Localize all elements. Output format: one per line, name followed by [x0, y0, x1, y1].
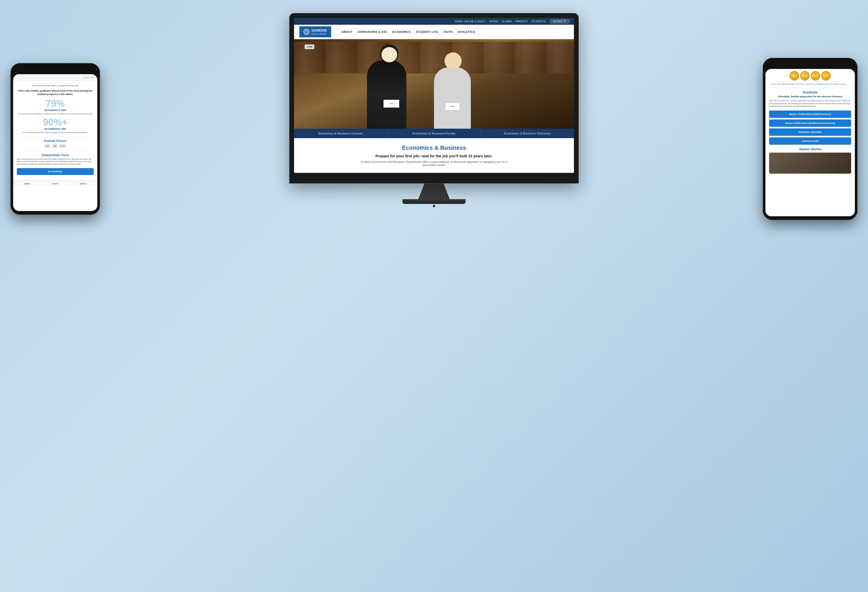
- stat-79-number: 79%: [17, 99, 94, 108]
- utility-nav-parents[interactable]: PARENTS: [515, 20, 528, 23]
- stat-90-label: acceptance rate: [17, 127, 94, 130]
- alumni-photo: [769, 153, 851, 174]
- phone-right-notch: [794, 62, 826, 67]
- master-initial-button[interactable]: Master of Education (initial licensure): [769, 111, 851, 118]
- main-header: GORDON COLLEGE ABOUT ADMISSIONS & AID AC…: [294, 25, 574, 39]
- section-tabs: Economics & Business Courses Economics &…: [294, 128, 574, 138]
- phone-left-device: gordon.edu east sciences entific skill i…: [10, 63, 100, 215]
- phone-notch: [40, 67, 71, 72]
- utility-nav-giving[interactable]: GIVING: [489, 20, 498, 23]
- apple-logo: [433, 205, 435, 207]
- imac-screen: GRAD, ONLINE & ADULT GIVING ALUMNI PAREN…: [294, 18, 574, 173]
- hero-photo: NAME NAME 1 PM: [294, 39, 574, 128]
- imac-base: [402, 199, 466, 204]
- phone-right-bezel: WCU Top Ranked WCU Top Ranked WCU Top Ra…: [763, 58, 858, 220]
- master-professional-button[interactable]: Master of Education (professional licens…: [769, 120, 851, 127]
- gordon-logo-icon: [304, 29, 309, 35]
- right-divider: [765, 88, 855, 88]
- phone-left-bezel: gordon.edu east sciences entific skill i…: [10, 63, 100, 215]
- utility-nav: GRAD, ONLINE & ADULT GIVING ALUMNI PAREN…: [455, 20, 546, 23]
- grad-schools-title: Graduate Schools: [17, 139, 94, 142]
- search-label: SEARCH: [553, 20, 562, 23]
- learn-more-link[interactable]: Learn more about national honors for Gor…: [769, 83, 852, 86]
- utility-nav-grad[interactable]: GRAD, ONLINE & ADULT: [455, 20, 485, 23]
- right-section-title: Graduate: [765, 90, 855, 94]
- stat-79: 79% acceptance rate for Gordon students …: [17, 99, 94, 115]
- award-2: WCU Top Ranked: [800, 71, 810, 81]
- bottom-nav-info[interactable]: INFO: [13, 183, 41, 185]
- tab-outcomes[interactable]: Economics & Business Outcomes: [481, 128, 574, 138]
- search-icon: 🔍: [564, 20, 567, 23]
- stat-90-number: 90%+: [17, 118, 94, 127]
- right-section-subtitle: Affordable, flexible preparation for MA …: [765, 95, 855, 98]
- school-une: UNE: [52, 144, 58, 148]
- phone-bottom-nav: INFO VISIT APPLY: [13, 180, 97, 186]
- school-um: U of M: [59, 144, 66, 148]
- award-1: WCU Top Ranked: [790, 71, 799, 81]
- phone-intro-text: east sciences entific skill in compassio…: [17, 84, 94, 87]
- licensure-only-button[interactable]: Licensure-only: [769, 137, 851, 145]
- tab-courses[interactable]: Economics & Business Courses: [294, 128, 387, 138]
- imac-stand: [418, 183, 450, 199]
- phone-bold-statement: That's why Gordon graduates attend some …: [17, 89, 94, 96]
- dept-content: Economics & Business Prepare for your fi…: [294, 138, 574, 173]
- pre-dentistry-button[interactable]: Pre-dentistry: [17, 168, 94, 175]
- right-body-text: With 36 concentrations, Gordon's graduat…: [769, 99, 851, 108]
- gordon-logo[interactable]: GORDON COLLEGE: [299, 26, 331, 37]
- dept-description: Gordon's Economics and Business Departme…: [355, 160, 513, 167]
- nav-student-life[interactable]: STUDENT LIFE: [416, 30, 438, 33]
- nav-academics[interactable]: ACADEMICS: [392, 30, 410, 33]
- hero-image: NAME NAME 1 PM: [294, 39, 574, 128]
- stat-90-desc: for pre-health professions students appl…: [17, 131, 94, 134]
- nav-admissions[interactable]: ADMISSIONS & AID: [358, 30, 387, 33]
- school-logos: Penn UNE U of M: [17, 144, 94, 148]
- nav-athletics[interactable]: ATHLETICS: [458, 30, 475, 33]
- alumni-stories-title: Alumni Stories: [765, 147, 855, 151]
- phone-right-screen: WCU Top Ranked WCU Top Ranked WCU Top Ra…: [765, 69, 855, 216]
- stat-79-label: acceptance rate: [17, 108, 94, 112]
- stat-90: 90%+ acceptance rate for pre-health prof…: [17, 118, 94, 134]
- undergrad-title: Undergraduate Tracks: [17, 154, 94, 156]
- stat-79-desc: for Gordon students applying to medical …: [17, 113, 94, 115]
- bottom-nav-apply[interactable]: APPLY: [69, 183, 97, 185]
- school-penn: Penn: [44, 144, 50, 148]
- phone-left-content: east sciences entific skill in compassio…: [13, 81, 97, 180]
- tab-faculty[interactable]: Economics & Business Faculty: [387, 128, 481, 138]
- awards-row: WCU Top Ranked WCU Top Ranked WCU Top Ra…: [765, 69, 855, 81]
- undergrad-body: With careful planning, you can pursue an…: [17, 158, 94, 165]
- imac-top-bar: GRAD, ONLINE & ADULT GIVING ALUMNI PAREN…: [294, 18, 574, 25]
- utility-nav-students[interactable]: STUDENTS: [531, 20, 546, 23]
- main-nav: ABOUT ADMISSIONS & AID ACADEMICS STUDENT…: [342, 30, 475, 33]
- phone-left-screen: gordon.edu east sciences entific skill i…: [13, 74, 97, 211]
- imac-bezel: GRAD, ONLINE & ADULT GIVING ALUMNI PAREN…: [289, 13, 579, 183]
- phone-browser-bar: gordon.edu: [13, 74, 97, 81]
- award-4: WCU Top Ranked: [821, 71, 831, 81]
- dept-subtitle: Prepare for your first job—and for the j…: [305, 154, 563, 158]
- dept-title: Economics & Business: [305, 145, 563, 151]
- imac-device: GRAD, ONLINE & ADULT GIVING ALUMNI PAREN…: [276, 13, 592, 207]
- nav-faith[interactable]: FAITH: [443, 30, 452, 33]
- education-specialist-button[interactable]: Education Specialist: [769, 128, 851, 136]
- award-3: WCU Top Ranked: [810, 71, 820, 81]
- utility-nav-alumni[interactable]: ALUMNI: [502, 20, 512, 23]
- bottom-nav-visit[interactable]: VISIT: [41, 183, 69, 185]
- gordon-logo-text: GORDON COLLEGE: [311, 28, 327, 35]
- browser-url: gordon.edu: [84, 76, 94, 79]
- search-box[interactable]: SEARCH 🔍: [550, 19, 570, 24]
- phone-right-device: WCU Top Ranked WCU Top Ranked WCU Top Ra…: [763, 58, 858, 220]
- nav-about[interactable]: ABOUT: [342, 30, 353, 33]
